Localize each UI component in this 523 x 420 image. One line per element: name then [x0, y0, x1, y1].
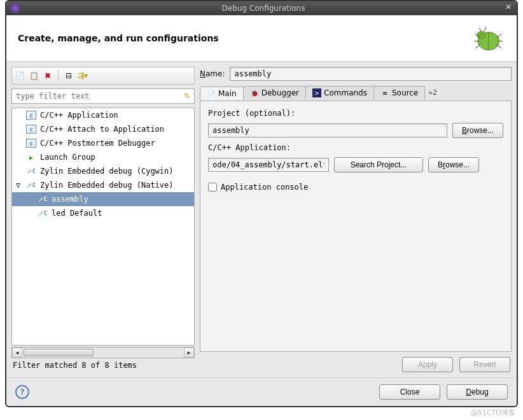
separator: [58, 70, 59, 81]
project-label: Project (optional):: [208, 109, 503, 118]
expand-arrow-icon[interactable]: ▽: [16, 181, 22, 190]
tree-item-zylin-cygwin[interactable]: ⟋CZylin Embedded debug (Cygwin): [12, 164, 194, 178]
footer: ? Close Debug: [6, 377, 517, 406]
app-input[interactable]: [208, 158, 329, 172]
filter-status: Filter matched 8 of 8 items: [11, 358, 195, 372]
banner: Create, manage, and run configurations: [6, 15, 517, 62]
titlebar: Debug Configurations ✕: [6, 1, 517, 15]
app-label: C/C++ Application:: [208, 143, 503, 152]
tree-item-zylin-native[interactable]: ▽⟋CZylin Embedded debug (Native): [12, 178, 194, 192]
name-input[interactable]: [230, 67, 512, 81]
c-icon: c: [26, 139, 36, 148]
horizontal-scrollbar[interactable]: ◂ ▸: [11, 347, 195, 358]
svg-line-9: [479, 28, 482, 32]
zylin-icon: ⟋C: [38, 209, 48, 218]
name-row: Name:: [200, 67, 512, 81]
play-icon: ▶: [26, 153, 36, 162]
project-browse-button[interactable]: Browse...: [452, 123, 503, 138]
scroll-left-icon[interactable]: ◂: [12, 347, 22, 358]
config-toolbar: 📄 📋 ✖ ⊟ ⇶▾: [11, 67, 195, 85]
bug-tab-icon: 🐞: [250, 88, 259, 97]
app-console-label: Application console: [221, 183, 308, 192]
eclipse-icon: [10, 3, 20, 13]
zylin-icon: ⟋C: [26, 181, 36, 190]
apply-button[interactable]: Apply: [402, 357, 453, 372]
svg-line-5: [475, 45, 480, 48]
zylin-icon: ⟋C: [38, 195, 48, 204]
zylin-icon: ⟋C: [26, 167, 36, 176]
tab-overflow[interactable]: »2: [424, 88, 441, 97]
tab-debugger[interactable]: 🐞Debugger: [243, 86, 306, 99]
filter-dropdown-icon[interactable]: ⇶▾: [78, 71, 88, 81]
content-area: 📄 📋 ✖ ⊟ ⇶▾ ✎ cC/C++ Application cC/C++ A…: [6, 62, 517, 377]
app-console-checkbox-row: Application console: [208, 183, 503, 192]
close-button[interactable]: Close: [379, 384, 440, 400]
tab-commands[interactable]: >Commands: [305, 86, 374, 99]
new-config-icon[interactable]: 📄: [15, 71, 25, 81]
delete-icon[interactable]: ✖: [43, 71, 53, 81]
tree-item-assembly[interactable]: ⟋Cassembly: [12, 192, 194, 206]
svg-line-6: [497, 34, 501, 38]
bug-icon: [470, 23, 505, 53]
close-icon[interactable]: ✕: [503, 3, 514, 14]
debug-button[interactable]: Debug: [447, 384, 508, 400]
tab-strip: 📄Main 🐞Debugger >Commands ≡Source »2: [200, 85, 512, 101]
c-icon: c: [26, 125, 36, 134]
svg-line-8: [497, 45, 501, 48]
tab-main[interactable]: 📄Main: [200, 87, 244, 100]
tree-item-cpp-app[interactable]: cC/C++ Application: [12, 108, 194, 122]
search-project-button[interactable]: Search Project...: [334, 157, 423, 172]
left-pane: 📄 📋 ✖ ⊟ ⇶▾ ✎ cC/C++ Application cC/C++ A…: [11, 67, 195, 372]
main-tab-icon: 📄: [207, 89, 216, 98]
scroll-thumb[interactable]: [24, 349, 94, 356]
filter-box[interactable]: ✎: [11, 88, 195, 104]
config-tree[interactable]: cC/C++ Application cC/C++ Attach to Appl…: [11, 108, 195, 346]
scroll-right-icon[interactable]: ▸: [184, 347, 194, 358]
banner-heading: Create, manage, and run configurations: [18, 33, 219, 43]
tree-item-led-default[interactable]: ⟋Cled Default: [12, 206, 194, 220]
tree-item-launch-group[interactable]: ▶Launch Group: [12, 150, 194, 164]
help-icon[interactable]: ?: [15, 385, 29, 399]
collapse-all-icon[interactable]: ⊟: [64, 71, 74, 81]
revert-button[interactable]: Revert: [459, 357, 510, 372]
apply-row: Apply Revert: [200, 352, 512, 372]
app-console-checkbox[interactable]: [208, 183, 217, 192]
main-tab-panel: Project (optional): Browse... C/C++ Appl…: [200, 101, 512, 352]
tree-item-cpp-postmortem[interactable]: cC/C++ Postmortem Debugger: [12, 136, 194, 150]
name-label: Name:: [200, 69, 225, 78]
dialog-window: Debug Configurations ✕ Create, manage, a…: [5, 0, 518, 407]
right-pane: Name: 📄Main 🐞Debugger >Commands ≡Source …: [200, 67, 512, 372]
terminal-tab-icon: >: [312, 88, 321, 97]
tree-item-cpp-attach[interactable]: cC/C++ Attach to Application: [12, 122, 194, 136]
c-icon: c: [26, 111, 36, 120]
clear-filter-icon[interactable]: ✎: [184, 92, 190, 101]
filter-input[interactable]: [16, 92, 184, 101]
duplicate-icon[interactable]: 📋: [29, 71, 39, 81]
svg-line-10: [484, 27, 486, 31]
source-tab-icon: ≡: [380, 88, 389, 97]
tab-source[interactable]: ≡Source: [373, 86, 425, 99]
window-title: Debug Configurations: [24, 4, 503, 13]
svg-point-1: [477, 31, 486, 39]
watermark: @51CTO博客: [471, 408, 515, 417]
project-input[interactable]: [208, 123, 447, 137]
app-browse-button[interactable]: Browse...: [428, 157, 479, 172]
